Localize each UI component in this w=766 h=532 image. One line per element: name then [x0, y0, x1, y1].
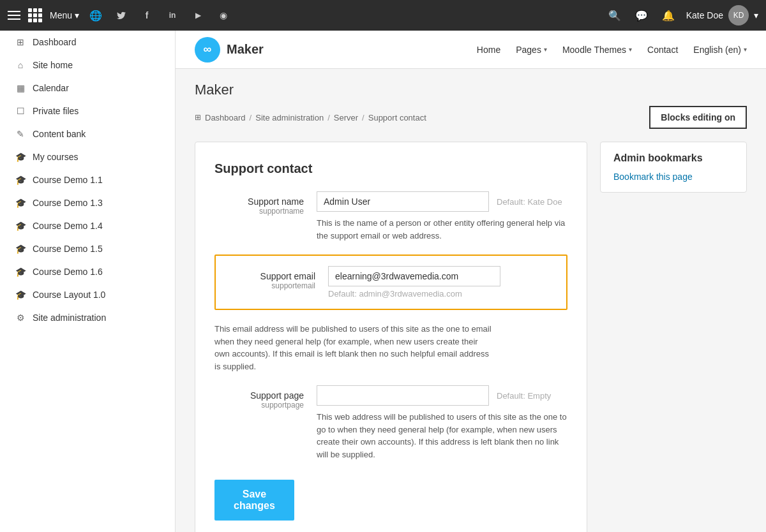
sidebar-item-course-demo-1-5[interactable]: 🎓 Course Demo 1.5 — [0, 237, 175, 260]
notifications-icon[interactable]: 🔔 — [659, 6, 677, 24]
support-name-input[interactable] — [317, 191, 489, 212]
moodle-themes-chevron-icon: ▾ — [629, 46, 632, 53]
support-name-help: This is the name of a person or other en… — [317, 217, 567, 242]
sidebar-icon-course-demo-1-3: 🎓 — [15, 198, 26, 208]
linkedin-icon[interactable]: in — [163, 6, 181, 24]
sidebar-icon-dashboard: ⊞ — [15, 37, 26, 47]
sidebar-label-my-courses: My courses — [33, 152, 79, 162]
main-content: ∞ Maker Home Pages ▾ Moodle Themes ▾ Con… — [176, 31, 766, 532]
support-email-input[interactable] — [328, 266, 500, 286]
sidebar-label-course-demo-1-4: Course Demo 1.4 — [33, 221, 103, 231]
breadcrumb-site-admin[interactable]: Site administration — [255, 113, 324, 122]
breadcrumb-grid-icon: ⊞ — [195, 113, 201, 122]
messages-icon[interactable]: 💬 — [633, 6, 650, 24]
sidebar-item-course-demo-1-1[interactable]: 🎓 Course Demo 1.1 — [0, 168, 175, 191]
support-name-label: Support name — [214, 196, 304, 207]
support-page-input[interactable] — [317, 385, 489, 406]
avatar: KD — [728, 5, 749, 26]
content-row: Support contact Support name supportname… — [195, 142, 747, 532]
sidebar-icon-course-demo-1-6: 🎓 — [15, 267, 26, 277]
support-email-default: Default: admin@3rdwavemedia.com — [328, 289, 556, 299]
site-name: Maker — [227, 42, 264, 57]
support-email-label: Support email — [226, 271, 315, 281]
sidebar-label-private-files: Private files — [33, 106, 79, 116]
pages-chevron-icon: ▾ — [544, 46, 547, 53]
sidebar-item-course-demo-1-6[interactable]: 🎓 Course Demo 1.6 — [0, 260, 175, 283]
sidebar-label-calendar: Calendar — [33, 83, 69, 93]
save-changes-button[interactable]: Savechanges — [214, 480, 294, 521]
site-header: ∞ Maker Home Pages ▾ Moodle Themes ▾ Con… — [176, 31, 766, 69]
sidebar-item-site-home[interactable]: ⌂ Site home — [0, 54, 175, 77]
bookmark-widget: Admin bookmarks Bookmark this page — [600, 142, 747, 193]
sidebar-item-my-courses[interactable]: 🎓 My courses — [0, 145, 175, 168]
sidebar-icon-calendar: ▦ — [15, 83, 26, 93]
twitter-icon[interactable] — [112, 6, 130, 24]
logo-icon: ∞ — [195, 37, 220, 63]
search-icon[interactable]: 🔍 — [606, 6, 624, 24]
support-name-default: Default: Kate Doe — [497, 197, 562, 207]
sidebar-label-course-demo-1-3: Course Demo 1.3 — [33, 198, 103, 208]
sidebar-label-course-demo-1-5: Course Demo 1.5 — [33, 244, 103, 254]
globe-icon[interactable]: 🌐 — [87, 6, 105, 24]
breadcrumb-server[interactable]: Server — [334, 113, 358, 122]
nav-pages[interactable]: Pages ▾ — [516, 45, 547, 55]
sidebar-item-course-layout-1-0[interactable]: 🎓 Course Layout 1.0 — [0, 283, 175, 306]
sidebar-item-course-demo-1-3[interactable]: 🎓 Course Demo 1.3 — [0, 191, 175, 214]
user-dropdown-icon: ▾ — [754, 10, 758, 20]
sidebar-label-dashboard: Dashboard — [33, 37, 77, 47]
user-name: Kate Doe — [686, 10, 723, 20]
sidebar-item-calendar[interactable]: ▦ Calendar — [0, 77, 175, 100]
sidebar-label-content-bank: Content bank — [33, 129, 86, 139]
support-page-help: This web address will be published to us… — [317, 411, 567, 461]
blocks-editing-button[interactable]: Blocks editing on — [649, 106, 747, 129]
site-logo: ∞ Maker — [195, 37, 264, 63]
sidebar-icon-content-bank: ✎ — [15, 129, 26, 139]
sidebar-item-dashboard[interactable]: ⊞ Dashboard — [0, 31, 175, 54]
support-page-sublabel: supportpage — [214, 401, 304, 410]
nav-contact[interactable]: Contact — [647, 45, 678, 55]
sidebar-icon-course-demo-1-4: 🎓 — [15, 221, 26, 231]
breadcrumb: ⊞ Dashboard / Site administration / Serv… — [195, 113, 426, 122]
sidebar-item-site-administration[interactable]: ⚙ Site administration — [0, 306, 175, 329]
user-menu[interactable]: Kate Doe KD ▾ — [686, 5, 758, 26]
instagram-icon[interactable]: ◉ — [214, 6, 232, 24]
sidebar-icon-private-files: ☐ — [15, 106, 26, 116]
sidebar-icon-course-demo-1-1: 🎓 — [15, 175, 26, 185]
breadcrumb-dashboard[interactable]: Dashboard — [205, 113, 246, 122]
support-name-row: Support name supportname Default: Kate D… — [214, 191, 567, 242]
menu-button[interactable]: Menu ▾ — [50, 10, 79, 20]
apps-grid-icon[interactable] — [28, 8, 42, 22]
top-navbar: Menu ▾ 🌐 f in ▶ ◉ 🔍 💬 🔔 Kate Doe KD ▾ — [0, 0, 766, 31]
sidebar-icon-site-administration: ⚙ — [15, 313, 26, 323]
bookmark-this-page-link[interactable]: Bookmark this page — [613, 172, 693, 182]
sidebar-icon-my-courses: 🎓 — [15, 152, 26, 162]
sidebar-label-site-home: Site home — [33, 60, 73, 70]
page-area: Maker ⊞ Dashboard / Site administration … — [176, 69, 766, 532]
sidebar: ⊞ Dashboard ⌂ Site home ▦ Calendar ☐ Pri… — [0, 31, 176, 532]
header-nav: Home Pages ▾ Moodle Themes ▾ Contact Eng… — [477, 45, 747, 55]
language-chevron-icon: ▾ — [744, 46, 747, 53]
form-title: Support contact — [214, 161, 567, 176]
nav-moodle-themes[interactable]: Moodle Themes ▾ — [562, 45, 632, 55]
menu-chevron-icon: ▾ — [75, 10, 79, 20]
nav-home[interactable]: Home — [477, 45, 500, 55]
breadcrumb-row: ⊞ Dashboard / Site administration / Serv… — [195, 106, 747, 129]
hamburger-menu-icon[interactable] — [8, 11, 20, 20]
support-page-default: Default: Empty — [497, 391, 551, 401]
sidebar-label-site-administration: Site administration — [33, 313, 106, 323]
support-email-help: This email address will be published to … — [214, 323, 495, 373]
sidebar-icon-course-demo-1-5: 🎓 — [15, 244, 26, 254]
facebook-icon[interactable]: f — [138, 6, 156, 24]
support-page-label: Support page — [214, 390, 304, 401]
form-card: Support contact Support name supportname… — [195, 142, 587, 532]
support-email-wrapper: Support email supportemail Default: admi… — [214, 255, 567, 310]
sidebar-item-private-files[interactable]: ☐ Private files — [0, 100, 175, 122]
sidebar-item-course-demo-1-4[interactable]: 🎓 Course Demo 1.4 — [0, 214, 175, 237]
support-email-sublabel: supportemail — [226, 281, 315, 290]
youtube-icon[interactable]: ▶ — [189, 6, 207, 24]
support-name-sublabel: supportname — [214, 207, 304, 216]
breadcrumb-current: Support contact — [368, 113, 426, 122]
sidebar-item-content-bank[interactable]: ✎ Content bank — [0, 122, 175, 145]
sidebar-label-course-demo-1-1: Course Demo 1.1 — [33, 175, 103, 185]
nav-language[interactable]: English (en) ▾ — [693, 45, 747, 55]
